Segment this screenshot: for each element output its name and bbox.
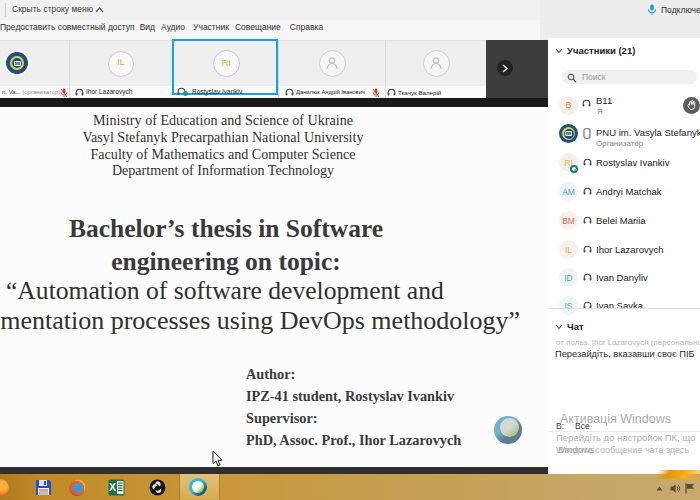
svg-text:X: X (109, 481, 116, 493)
